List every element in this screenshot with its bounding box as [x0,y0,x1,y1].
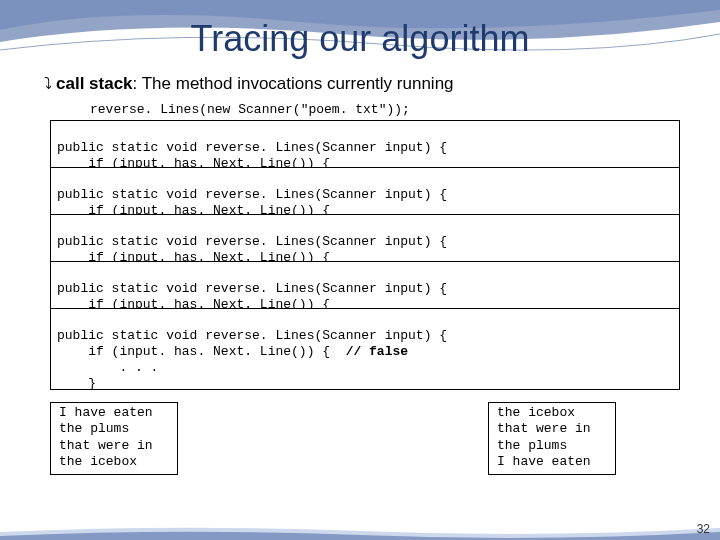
code-line: public static void reverse. Lines(Scanne… [57,328,447,343]
definition-line: ⤵call stack: The method invocations curr… [40,74,680,94]
poem-input-box: I have eaten the plums that were in the … [50,402,178,475]
slide-title: Tracing our algorithm [40,18,680,60]
stack-frame: public static void reverse. Lines(Scanne… [50,120,680,169]
bottom-wave-decoration [0,522,720,540]
slide-content: Tracing our algorithm ⤵call stack: The m… [0,0,720,390]
code-comment: // false [346,344,408,359]
code-line: public static void reverse. Lines(Scanne… [57,140,447,155]
definition-rest: : The method invocations currently runni… [133,74,454,93]
stack-frame: public static void reverse. Lines(Scanne… [50,214,680,263]
call-stack-area: reverse. Lines(new Scanner("poem. txt"))… [40,102,680,390]
stack-frame-last: public static void reverse. Lines(Scanne… [50,308,680,390]
code-line: . . . [57,360,158,375]
stack-frame: public static void reverse. Lines(Scanne… [50,167,680,216]
code-line: public static void reverse. Lines(Scanne… [57,187,447,202]
stack-frame: public static void reverse. Lines(Scanne… [50,261,680,310]
initial-call-line: reverse. Lines(new Scanner("poem. txt"))… [50,102,680,118]
poem-output-box: the icebox that were in the plums I have… [488,402,616,475]
page-number: 32 [697,522,710,536]
code-line: } [57,376,96,390]
term-call-stack: call stack [56,74,133,93]
code-line: public static void reverse. Lines(Scanne… [57,234,447,249]
code-line: if (input. has. Next. Line()) { [57,344,346,359]
bullet-icon: ⤵ [44,75,52,93]
code-line: public static void reverse. Lines(Scanne… [57,281,447,296]
